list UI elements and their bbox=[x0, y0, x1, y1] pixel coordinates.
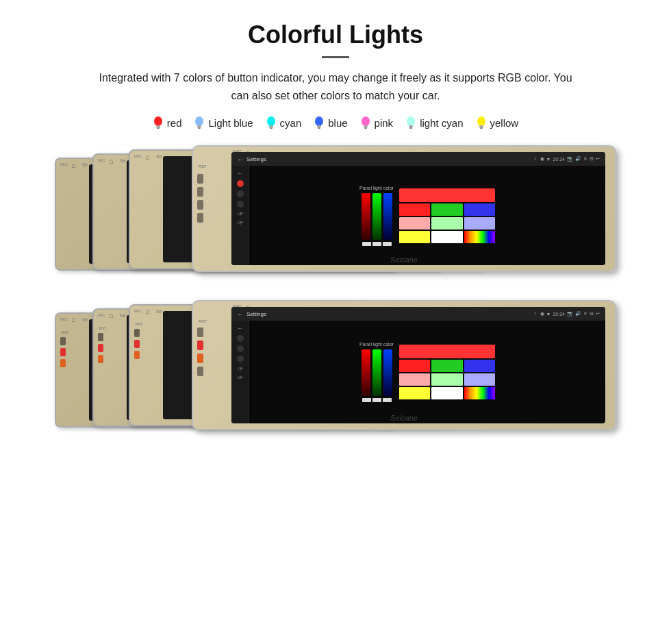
svg-rect-8 bbox=[270, 127, 273, 129]
yellow-label: yellow bbox=[490, 117, 519, 129]
red-label: red bbox=[167, 117, 182, 129]
panel-label-top: Panel light color bbox=[359, 186, 394, 190]
description: Integrated with 7 colors of button indic… bbox=[89, 69, 582, 104]
svg-rect-2 bbox=[157, 127, 160, 129]
svg-rect-10 bbox=[317, 125, 321, 127]
cyan-label: cyan bbox=[280, 117, 302, 129]
svg-rect-20 bbox=[480, 127, 483, 129]
front-screen-bottom: ← Settings ☾◉▼ 20:24 📷🔊✕⊟↩ ← bbox=[231, 307, 605, 423]
svg-rect-14 bbox=[364, 127, 367, 129]
color-label-blue: blue bbox=[314, 115, 347, 130]
color-label-pink: pink bbox=[360, 115, 394, 130]
pink-label: pink bbox=[375, 117, 394, 129]
color-labels-row: red Light blue cyan blue bbox=[153, 115, 518, 130]
top-device-row: MIC ⌂ Se MIC ⌂ Se MIC ⌂ Se MIC ⌂ bbox=[55, 145, 616, 282]
page-container: Colorful Lights Integrated with 7 colors… bbox=[0, 0, 671, 644]
color-label-lightblue: Light blue bbox=[194, 115, 253, 130]
color-label-red: red bbox=[153, 115, 182, 130]
svg-point-9 bbox=[315, 116, 323, 126]
svg-point-0 bbox=[154, 116, 162, 126]
screen-time-top: 20:24 bbox=[553, 157, 565, 162]
svg-rect-5 bbox=[198, 127, 201, 129]
cyan-bulb-icon bbox=[266, 115, 277, 130]
device-card-front-bottom: MIC ⌂ RST ← Settings bbox=[192, 300, 616, 430]
color-label-lightcyan: light cyan bbox=[405, 115, 463, 130]
lightcyan-label: light cyan bbox=[420, 117, 463, 129]
svg-rect-19 bbox=[479, 125, 483, 127]
device-card-front-top: MIC ⌂ RST ← Settings bbox=[192, 145, 616, 272]
svg-rect-16 bbox=[409, 125, 413, 127]
page-title: Colorful Lights bbox=[248, 21, 423, 49]
red-bulb-icon bbox=[153, 115, 164, 130]
color-label-yellow: yellow bbox=[476, 115, 519, 130]
svg-rect-4 bbox=[197, 125, 201, 127]
lightblue-bulb-icon bbox=[194, 115, 205, 130]
screen-title-bottom: Settings bbox=[246, 311, 266, 317]
device-rows: MIC ⌂ Se MIC ⌂ Se MIC ⌂ Se MIC ⌂ bbox=[41, 145, 630, 444]
svg-point-3 bbox=[195, 116, 203, 126]
svg-point-15 bbox=[407, 116, 415, 126]
blue-label: blue bbox=[328, 117, 347, 129]
blue-bulb-icon bbox=[314, 115, 325, 130]
svg-rect-17 bbox=[409, 127, 412, 129]
svg-point-18 bbox=[477, 116, 485, 126]
svg-rect-7 bbox=[269, 125, 273, 127]
svg-rect-13 bbox=[364, 125, 368, 127]
lightcyan-bulb-icon bbox=[405, 115, 416, 130]
svg-rect-11 bbox=[318, 127, 320, 129]
svg-rect-1 bbox=[156, 125, 160, 127]
svg-point-12 bbox=[362, 116, 370, 126]
lightblue-label: Light blue bbox=[208, 117, 253, 129]
screen-title-top: Settings bbox=[246, 156, 266, 162]
svg-point-6 bbox=[267, 116, 275, 126]
title-divider bbox=[322, 56, 349, 58]
yellow-bulb-icon bbox=[476, 115, 487, 130]
panel-label-bottom: Panel light color bbox=[359, 342, 394, 347]
screen-time-bottom: 20:24 bbox=[553, 312, 565, 317]
bottom-device-row: MIC ⌂ Se RST MIC ⌂ Se RST bbox=[55, 300, 616, 444]
front-screen-top: ← Settings ☾◉▼ 20:24 📷🔊✕⊟↩ ← bbox=[231, 152, 605, 265]
color-label-cyan: cyan bbox=[266, 115, 302, 130]
pink-bulb-icon bbox=[360, 115, 371, 130]
